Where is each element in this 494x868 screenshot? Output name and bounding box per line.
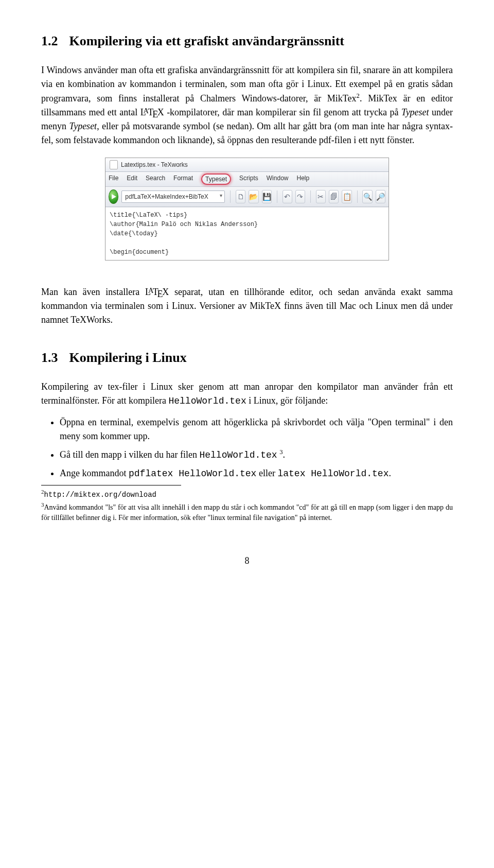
editor-content[interactable]: \title{\LaTeX\ -tips} \author{Malin Palö… bbox=[105, 207, 389, 260]
code-helloworld: HelloWorld.tex bbox=[168, 396, 246, 406]
code-helloworld: HelloWorld.tex bbox=[199, 450, 277, 460]
texworks-screenshot: Latextips.tex - TeXworks File Edit Searc… bbox=[105, 158, 389, 261]
menubar: File Edit Search Format Typeset Scripts … bbox=[105, 172, 389, 187]
section-1-2-heading: 1.2Kompilering via ett grafiskt användar… bbox=[41, 31, 453, 51]
search-icon[interactable]: 🔍 bbox=[362, 190, 372, 203]
footnote-2: 2http://miktex.org/download bbox=[41, 488, 453, 500]
section-number: 1.2 bbox=[41, 33, 58, 48]
replace-icon[interactable]: 🔎 bbox=[376, 190, 385, 203]
list-item: Öppna en terminal, exempelvis genom att … bbox=[60, 415, 453, 443]
code-latex: latex HelloWorld.tex bbox=[277, 468, 389, 479]
menu-typeset-highlighted[interactable]: Typeset bbox=[201, 173, 231, 185]
paste-icon[interactable]: 📋 bbox=[342, 190, 351, 203]
list-item: Gå till den mapp i vilken du har filen H… bbox=[60, 447, 453, 462]
menu-scripts[interactable]: Scripts bbox=[239, 173, 258, 185]
menu-edit[interactable]: Edit bbox=[127, 173, 137, 185]
menu-format[interactable]: Format bbox=[173, 173, 193, 185]
section-1-2-paragraph-1: I Windows använder man ofta ett grafiska… bbox=[41, 63, 453, 147]
toolbar-separator bbox=[277, 190, 277, 203]
window-titlebar: Latextips.tex - TeXworks bbox=[105, 158, 389, 172]
section-title: Kompilering via ett grafiskt användargrä… bbox=[69, 33, 344, 48]
engine-combobox[interactable]: pdfLaTeX+MakeIndex+BibTeX bbox=[121, 190, 225, 203]
typeset-emph-1: Typeset bbox=[401, 107, 429, 117]
page-number: 8 bbox=[41, 554, 453, 568]
section-number: 1.3 bbox=[41, 350, 58, 365]
instruction-list: Öppna en terminal, exempelvis genom att … bbox=[41, 415, 453, 481]
window-title: Latextips.tex - TeXworks bbox=[121, 160, 188, 169]
footnote-3: 3Använd kommandot "ls" för att visa allt… bbox=[41, 500, 453, 524]
section-title: Kompilering i Linux bbox=[69, 350, 187, 365]
section-1-3-paragraph-1: Kompilering av tex-filer i Linux sker ge… bbox=[41, 380, 453, 408]
latex-logo: LATEX bbox=[140, 107, 167, 117]
cut-icon[interactable]: ✂ bbox=[316, 190, 326, 203]
new-document-icon[interactable]: 🗋 bbox=[236, 190, 245, 203]
redo-icon[interactable]: ↷ bbox=[295, 190, 305, 203]
open-document-icon[interactable]: 📂 bbox=[249, 190, 258, 203]
section-1-3-heading: 1.3Kompilering i Linux bbox=[41, 348, 453, 368]
toolbar-separator bbox=[230, 190, 231, 203]
code-pdflatex: pdflatex HelloWorld.tex bbox=[129, 468, 256, 479]
menu-window[interactable]: Window bbox=[267, 173, 289, 185]
menu-help[interactable]: Help bbox=[296, 173, 309, 185]
toolbar-separator bbox=[357, 190, 358, 203]
typeset-emph-2: Typeset bbox=[69, 121, 97, 131]
menu-search[interactable]: Search bbox=[146, 173, 165, 185]
toolbar: pdfLaTeX+MakeIndex+BibTeX 🗋 📂 💾 ↶ ↷ ✂ 🗐 … bbox=[105, 187, 389, 207]
section-1-2-paragraph-2: Man kan även installera LATEX separat, u… bbox=[41, 285, 453, 327]
menu-file[interactable]: File bbox=[109, 173, 118, 185]
list-item: Ange kommandot pdflatex HelloWorld.tex e… bbox=[60, 466, 453, 481]
toolbar-separator bbox=[310, 190, 311, 203]
typeset-play-button[interactable] bbox=[109, 189, 118, 204]
undo-icon[interactable]: ↶ bbox=[283, 190, 292, 203]
save-document-icon[interactable]: 💾 bbox=[262, 190, 272, 203]
footnotes: 2http://miktex.org/download 3Använd komm… bbox=[41, 488, 453, 523]
copy-icon[interactable]: 🗐 bbox=[329, 190, 339, 203]
latex-logo: LATEX bbox=[145, 287, 169, 297]
document-icon bbox=[110, 160, 118, 169]
